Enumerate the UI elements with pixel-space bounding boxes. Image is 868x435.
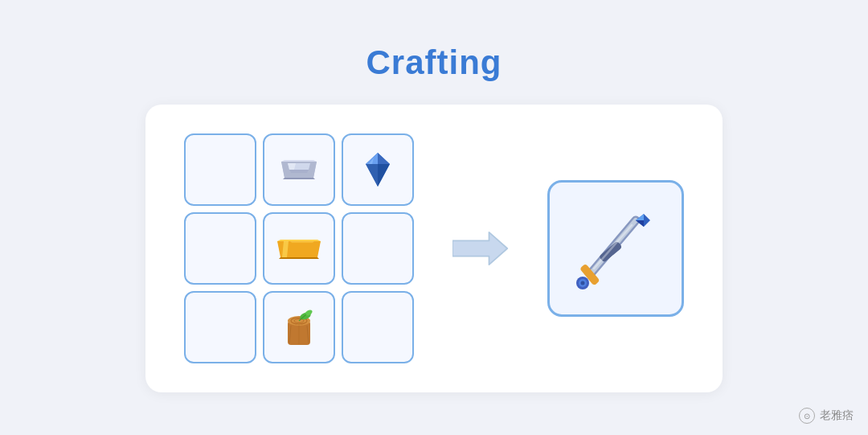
svg-marker-3 [283,178,315,179]
watermark: ⊙ 老雅痞 [799,408,854,424]
crafting-grid [184,133,414,363]
wood-icon [280,306,318,348]
grid-cell-r1c2[interactable] [342,212,414,285]
grid-cell-r1c1[interactable] [263,212,335,285]
grid-cell-r2c2[interactable] [342,291,414,363]
crafting-card [145,105,723,392]
grid-cell-r0c0[interactable] [184,133,256,206]
diamond-icon [358,150,398,190]
watermark-icon: ⊙ [799,408,815,424]
svg-marker-28 [452,232,507,264]
svg-line-40 [594,225,632,269]
silver-icon [278,155,320,184]
sword-icon [563,196,668,301]
arrow-icon [452,227,509,270]
grid-cell-r2c0[interactable] [184,291,256,363]
svg-marker-14 [277,240,321,241]
svg-point-36 [581,281,585,285]
svg-marker-10 [366,164,378,187]
svg-marker-17 [290,241,314,243]
grid-cell-r2c1[interactable] [263,291,335,363]
gold-icon [276,233,322,264]
arrow-indicator [452,227,509,270]
svg-marker-2 [281,160,317,162]
svg-marker-15 [279,257,319,259]
watermark-text: 老雅痞 [820,408,854,423]
svg-marker-11 [378,164,390,187]
grid-cell-r0c1[interactable] [263,133,335,206]
svg-marker-9 [378,153,390,164]
grid-cell-r0c2[interactable] [342,133,414,206]
grid-cell-r1c0[interactable] [184,212,256,285]
svg-marker-5 [289,170,309,173]
result-cell[interactable] [547,180,684,317]
page-title: Crafting [366,43,502,82]
